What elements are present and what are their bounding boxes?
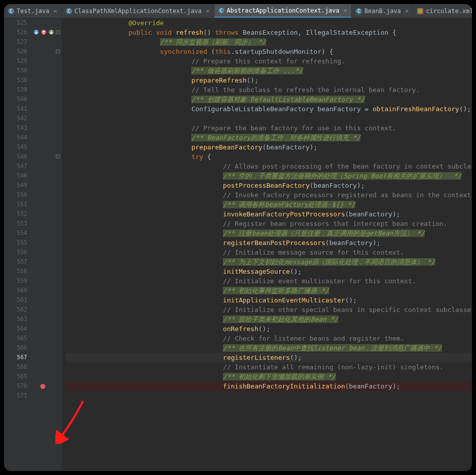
line-number[interactable]: 550 bbox=[4, 190, 32, 200]
code-line[interactable]: /** 做容器刷新前的准备工作 ...*/ bbox=[65, 66, 472, 75]
code-line[interactable]: /** 初始化剩下非懒加载的单实例 */ bbox=[65, 372, 472, 381]
line-number[interactable]: 558 bbox=[4, 267, 32, 276]
line-number[interactable]: 543 bbox=[4, 123, 32, 133]
line-number[interactable]: 564 bbox=[4, 324, 32, 334]
line-number[interactable]: 553 bbox=[4, 219, 32, 228]
code-line[interactable]: // Register bean processors that interce… bbox=[65, 219, 472, 228]
fold-toggle-icon[interactable]: − bbox=[56, 30, 60, 34]
code-line[interactable] bbox=[65, 114, 472, 123]
line-number[interactable]: 554 bbox=[4, 228, 32, 238]
code-line[interactable]: /** 调用各种beanFactory处理器 ${} */ bbox=[65, 200, 472, 209]
code-line[interactable]: /** 初始化事件监听多路广播器 */ bbox=[65, 286, 472, 295]
code-line[interactable]: // Check for listener beans and register… bbox=[65, 334, 472, 343]
tab-abstractapplicationcontext-java[interactable]: CAbstractApplicationContext.java× bbox=[214, 4, 352, 18]
code-line[interactable]: try { bbox=[65, 152, 472, 162]
code-line[interactable]: /** 空的，子类覆盖方法做额外的处理（Spring Boot有相关的扩展实现）… bbox=[65, 171, 472, 181]
line-number[interactable]: 560 bbox=[4, 286, 32, 295]
line-number[interactable]: 527 bbox=[4, 37, 32, 47]
line-number[interactable]: 552 bbox=[4, 209, 32, 219]
line-number[interactable]: 528 bbox=[4, 47, 32, 56]
line-number[interactable]: 563 bbox=[4, 314, 32, 324]
code-line[interactable]: /** BeanFactory的准备工作，对各种属性进行填充 */ bbox=[65, 133, 472, 142]
code-line[interactable]: // Instantiate all remaining (non-lazy-i… bbox=[65, 362, 472, 372]
line-number[interactable]: 538 bbox=[4, 75, 32, 85]
line-number[interactable]: 540 bbox=[4, 95, 32, 104]
line-number[interactable]: 526 bbox=[4, 28, 32, 37]
code-line[interactable]: postProcessBeanFactory(beanFactory); bbox=[65, 181, 472, 190]
code-line[interactable]: /** 为上下文初始化message源（国际化处理，不同语言的消息体） */ bbox=[65, 257, 472, 267]
code-line[interactable]: finishBeanFactoryInitialization(beanFact… bbox=[65, 381, 472, 391]
breakpoint-icon[interactable] bbox=[40, 384, 45, 389]
line-number[interactable]: 559 bbox=[4, 276, 32, 286]
code-line[interactable]: // Prepare the bean factory for use in t… bbox=[65, 123, 472, 133]
line-number[interactable]: 542 bbox=[4, 114, 32, 123]
code-line[interactable]: registerBeanPostProcessors(beanFactory); bbox=[65, 238, 472, 248]
close-tab-icon[interactable]: × bbox=[344, 7, 348, 14]
code-line[interactable]: prepareBeanFactory(beanFactory); bbox=[65, 142, 472, 152]
line-number[interactable]: 557 bbox=[4, 257, 32, 267]
code-line[interactable] bbox=[65, 391, 472, 401]
tab-beanb-java[interactable]: CBeanB.java× bbox=[352, 4, 413, 18]
tab-test-java[interactable]: CTest.java× bbox=[4, 4, 62, 18]
line-number[interactable]: 546 bbox=[4, 152, 32, 162]
line-number[interactable]: 547 bbox=[4, 162, 32, 171]
code-line[interactable]: // Initialize event multicaster for this… bbox=[65, 276, 472, 286]
code-line[interactable]: public void refresh() throws BeansExcept… bbox=[65, 28, 472, 37]
code-line[interactable]: onRefresh(); bbox=[65, 324, 472, 334]
fold-toggle-icon[interactable]: − bbox=[56, 154, 60, 159]
code-line[interactable]: // Tell the subclass to refresh the inte… bbox=[65, 85, 472, 95]
line-number[interactable]: 539 bbox=[4, 85, 32, 95]
line-number[interactable]: 569 bbox=[4, 372, 32, 381]
override-gutter-icons[interactable] bbox=[33, 29, 54, 35]
code-line[interactable]: /** 留给子类来初始化其他的Bean */ bbox=[65, 314, 472, 324]
line-number[interactable]: 565 bbox=[4, 334, 32, 343]
line-number[interactable]: 549 bbox=[4, 181, 32, 190]
code-line[interactable]: // Initialize message source for this co… bbox=[65, 248, 472, 257]
code-line[interactable]: initMessageSource(); bbox=[65, 267, 472, 276]
code-content[interactable]: @Override public void refresh() throws B… bbox=[61, 18, 472, 471]
code-line[interactable]: // Invoke factory processors registered … bbox=[65, 190, 472, 200]
line-number[interactable]: 556 bbox=[4, 248, 32, 257]
tab-classpathxmlapplicationcontext-java[interactable]: CClassPathXmlApplicationContext.java× bbox=[62, 4, 214, 18]
code-line[interactable]: initApplicationEventMulticaster(); bbox=[65, 295, 472, 305]
code-line[interactable]: @Override bbox=[65, 18, 472, 28]
close-tab-icon[interactable]: × bbox=[405, 7, 409, 15]
code-line[interactable]: registerListeners(); bbox=[65, 353, 472, 362]
line-number[interactable]: 570 bbox=[4, 381, 32, 391]
line-number[interactable]: 541 bbox=[4, 104, 32, 114]
line-number[interactable]: 529 bbox=[4, 56, 32, 66]
gutter-icon-slot bbox=[32, 123, 54, 133]
line-number[interactable]: 525 bbox=[4, 18, 32, 28]
gutter-icon-slot bbox=[32, 286, 54, 295]
code-line[interactable]: ConfigurableListableBeanFactory beanFact… bbox=[65, 104, 472, 114]
close-tab-icon[interactable]: × bbox=[53, 7, 57, 15]
line-number[interactable]: 566 bbox=[4, 343, 32, 353]
code-line[interactable]: invokeBeanFactoryPostProcessors(beanFact… bbox=[65, 209, 472, 219]
code-line[interactable]: /** 创建容器对象 DefaultListableBeanFactory */ bbox=[65, 95, 472, 104]
line-number[interactable]: 551 bbox=[4, 200, 32, 209]
line-number[interactable]: 568 bbox=[4, 362, 32, 372]
code-line[interactable]: synchronized (this.startupShutdownMonito… bbox=[65, 47, 472, 56]
code-line[interactable]: /** 同步监视器（刷新、同步） */ bbox=[65, 37, 472, 47]
line-number[interactable]: 555 bbox=[4, 238, 32, 248]
code-line[interactable]: prepareRefresh(); bbox=[65, 75, 472, 85]
line-number[interactable]: 571 bbox=[4, 391, 32, 401]
line-number[interactable]: 544 bbox=[4, 133, 32, 142]
tab-circulate-xml[interactable]: circulate.xml× bbox=[413, 4, 472, 18]
code-line[interactable]: /** 在所有注册的Bean中查找listener bean，注册到消息广播器中… bbox=[65, 343, 472, 353]
code-line[interactable]: /** 注册bean处理器（只是注册，真正调用的是getBean方法） */ bbox=[65, 228, 472, 238]
line-number[interactable]: 561 bbox=[4, 295, 32, 305]
line-number[interactable]: 530 bbox=[4, 66, 32, 75]
fold-toggle-icon[interactable]: − bbox=[56, 49, 60, 53]
code-line[interactable]: // Prepare this context for refreshing. bbox=[65, 56, 472, 66]
code-token: finishBeanFactoryInitialization bbox=[223, 382, 345, 390]
line-number[interactable]: 548 bbox=[4, 171, 32, 181]
line-number[interactable]: 562 bbox=[4, 305, 32, 314]
code-line[interactable]: // Initialize other special beans in spe… bbox=[65, 305, 472, 314]
line-number[interactable]: 567 bbox=[4, 353, 32, 362]
code-token: beanFactory bbox=[313, 182, 357, 189]
close-tab-icon[interactable]: × bbox=[206, 7, 210, 15]
line-number[interactable]: 545 bbox=[4, 142, 32, 152]
code-line[interactable]: // Allows post-processing of the bean fa… bbox=[65, 162, 472, 171]
code-token: throws bbox=[215, 29, 243, 36]
